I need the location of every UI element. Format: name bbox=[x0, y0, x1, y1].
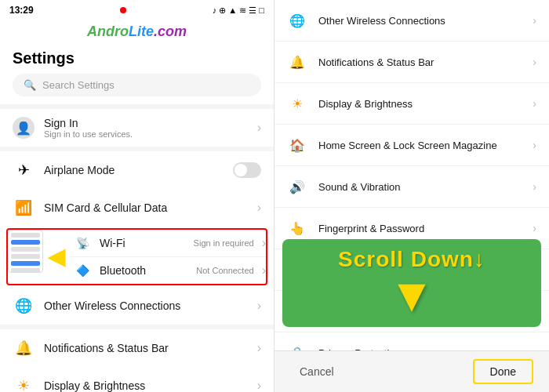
bluetooth-icon: 🔷 bbox=[76, 264, 92, 277]
notifications-label: Notifications & Status Bar bbox=[44, 342, 248, 354]
signin-chevron: › bbox=[257, 121, 261, 135]
signin-subtitle: Sign in to use services. bbox=[44, 129, 248, 139]
scroll-down-arrow-icon: ▼ bbox=[298, 272, 525, 319]
right-notifications-label: Notifications & Status Bar bbox=[318, 56, 522, 68]
right-display-chevron: › bbox=[533, 97, 536, 110]
right-privacy-chevron: › bbox=[533, 347, 536, 350]
wifi-status: Sign in required bbox=[194, 238, 254, 248]
brand-domain: .com bbox=[154, 24, 187, 39]
bluetooth-status: Not Connected bbox=[196, 266, 253, 275]
other-wireless-item[interactable]: 🌐 Other Wireless Connections › bbox=[0, 287, 274, 325]
notifications-item[interactable]: 🔔 Notifications & Status Bar › bbox=[0, 325, 274, 367]
brand-logo: AndroLite.com bbox=[0, 20, 274, 45]
right-privacy[interactable]: 🔒 Privacy Protection › bbox=[274, 332, 549, 350]
airplane-toggle[interactable] bbox=[233, 162, 261, 178]
bluetooth-chevron: › bbox=[262, 263, 266, 278]
page-title: Settings bbox=[0, 45, 274, 74]
notifications-icon: 🔔 bbox=[13, 337, 35, 359]
bluetooth-label: Bluetooth bbox=[100, 264, 188, 277]
right-privacy-icon: 🔒 bbox=[287, 343, 307, 350]
bottom-bar: Cancel Done bbox=[274, 350, 549, 392]
wifi-chevron: › bbox=[262, 236, 266, 250]
right-panel: 🌐 Other Wireless Connections › 🔔 Notific… bbox=[274, 0, 549, 392]
person-icon: 👤 bbox=[13, 117, 35, 139]
brand-andro: Andro bbox=[87, 24, 129, 39]
right-fingerprint-label: Fingerprint & Password bbox=[318, 223, 522, 234]
arrow-container: ◀ bbox=[43, 230, 70, 284]
right-privacy-label: Privacy Protection bbox=[318, 347, 522, 351]
airplane-icon: ✈ bbox=[13, 159, 35, 181]
signin-item[interactable]: 👤 Sign In Sign in to use services. › bbox=[0, 104, 274, 147]
right-home-chevron: › bbox=[533, 139, 536, 151]
right-sound-icon: 🔊 bbox=[287, 176, 307, 197]
notifications-chevron: › bbox=[257, 341, 261, 355]
sim-icon: 📶 bbox=[13, 197, 35, 219]
search-icon: 🔍 bbox=[24, 79, 36, 91]
display-icon: ☀ bbox=[13, 375, 35, 392]
wireless-icon: 🌐 bbox=[13, 295, 35, 317]
sim-label: SIM Card & Cellular Data bbox=[44, 201, 248, 214]
other-wireless-chevron: › bbox=[257, 299, 261, 313]
right-home-icon: 🏠 bbox=[287, 135, 307, 155]
other-wireless-label: Other Wireless Connections bbox=[44, 299, 248, 312]
notification-dot bbox=[120, 7, 126, 13]
right-home-label: Home Screen & Lock Screen Magazine bbox=[318, 140, 522, 151]
display-content: Display & Brightness bbox=[44, 379, 248, 392]
right-home-screen[interactable]: 🏠 Home Screen & Lock Screen Magazine › bbox=[274, 125, 549, 166]
display-chevron: › bbox=[257, 379, 261, 392]
display-item[interactable]: ☀ Display & Brightness › bbox=[0, 367, 274, 392]
scroll-down-banner: Scroll Down↓ ▼ bbox=[282, 239, 541, 327]
wifi-item[interactable]: 📡 Wi-Fi Sign in required › bbox=[70, 230, 266, 256]
mini-preview bbox=[8, 230, 43, 273]
right-notifications-icon: 🔔 bbox=[287, 52, 307, 72]
right-wireless-chevron: › bbox=[533, 14, 536, 27]
right-sound-label: Sound & Vibration bbox=[318, 181, 522, 193]
right-notifications-chevron: › bbox=[533, 56, 536, 68]
search-bar[interactable]: 🔍 Search Settings bbox=[13, 74, 261, 96]
scroll-down-section: Scroll Down↓ ▼ 👆 Fingerprint & Password … bbox=[274, 208, 549, 350]
wifi-rows: 📡 Wi-Fi Sign in required › 🔷 Bluetooth N… bbox=[70, 230, 266, 284]
wifi-label: Wi-Fi bbox=[100, 237, 186, 249]
status-bar: 13:29 ♪ ⊕ ▲ ≋ ☰ □ bbox=[0, 0, 274, 20]
right-sound-chevron: › bbox=[533, 180, 536, 193]
right-wireless-label: Other Wireless Connections bbox=[318, 15, 522, 27]
left-panel: 13:29 ♪ ⊕ ▲ ≋ ☰ □ AndroLite.com Settings… bbox=[0, 0, 274, 392]
display-label: Display & Brightness bbox=[44, 379, 248, 392]
cancel-button[interactable]: Cancel bbox=[290, 361, 344, 383]
status-time: 13:29 bbox=[9, 5, 34, 16]
right-display-label: Display & Brightness bbox=[318, 98, 522, 110]
signin-title: Sign In bbox=[44, 117, 248, 129]
wifi-icon: 📡 bbox=[76, 237, 92, 249]
yellow-arrow-icon: ◀ bbox=[48, 244, 65, 270]
notifications-content: Notifications & Status Bar bbox=[44, 342, 248, 354]
airplane-label: Airplane Mode bbox=[44, 164, 224, 176]
right-display-icon: ☀ bbox=[287, 93, 307, 114]
sim-card-item[interactable]: 📶 SIM Card & Cellular Data › bbox=[0, 189, 274, 227]
settings-list: 👤 Sign In Sign in to use services. › ✈ A… bbox=[0, 104, 274, 392]
right-fingerprint-chevron: › bbox=[533, 222, 536, 234]
right-fingerprint-icon: 👆 bbox=[287, 218, 307, 238]
airplane-mode-item[interactable]: ✈ Airplane Mode bbox=[0, 147, 274, 189]
bluetooth-item[interactable]: 🔷 Bluetooth Not Connected › bbox=[70, 256, 266, 284]
wifi-bluetooth-wrapper: ◀ 📡 Wi-Fi Sign in required › 🔷 Bluetooth… bbox=[6, 228, 267, 285]
right-notifications[interactable]: 🔔 Notifications & Status Bar › bbox=[274, 42, 549, 83]
signin-content: Sign In Sign in to use services. bbox=[44, 117, 248, 139]
right-wireless-icon: 🌐 bbox=[287, 10, 307, 31]
airplane-content: Airplane Mode bbox=[44, 164, 224, 176]
right-other-wireless[interactable]: 🌐 Other Wireless Connections › bbox=[274, 0, 549, 42]
right-settings-list: 🌐 Other Wireless Connections › 🔔 Notific… bbox=[274, 0, 549, 350]
brand-lite: Lite bbox=[129, 24, 154, 39]
done-button[interactable]: Done bbox=[473, 359, 533, 384]
sim-content: SIM Card & Cellular Data bbox=[44, 201, 248, 214]
sim-chevron: › bbox=[257, 201, 261, 215]
other-wireless-content: Other Wireless Connections bbox=[44, 299, 248, 312]
status-icons: ♪ ⊕ ▲ ≋ ☰ □ bbox=[213, 5, 264, 16]
search-placeholder: Search Settings bbox=[42, 79, 115, 91]
right-sound[interactable]: 🔊 Sound & Vibration › bbox=[274, 166, 549, 208]
right-display[interactable]: ☀ Display & Brightness › bbox=[274, 83, 549, 125]
